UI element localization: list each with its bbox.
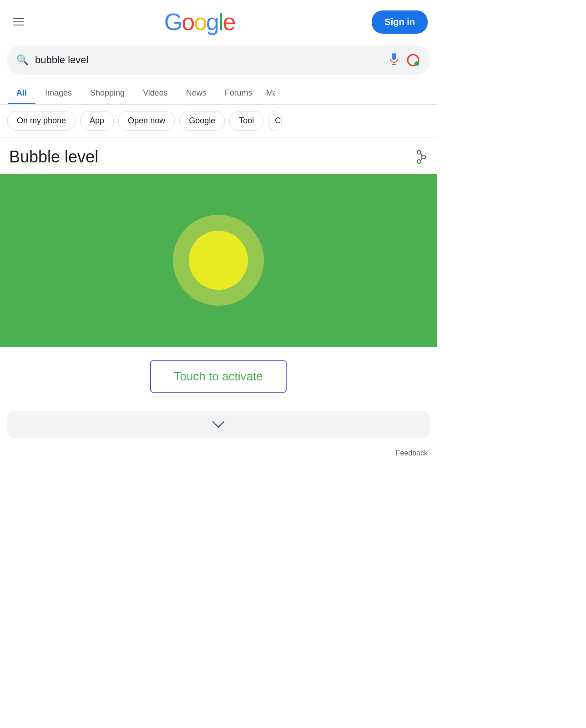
search-query[interactable]: bubble level — [35, 54, 382, 66]
google-logo: Google — [164, 8, 235, 35]
bubble-level-widget[interactable] — [0, 174, 437, 347]
chip-app[interactable]: App — [80, 111, 114, 131]
svg-line-11 — [420, 158, 422, 162]
feedback-row: Feedback — [0, 443, 437, 464]
chip-partial: C — [268, 111, 282, 131]
tab-images[interactable]: Images — [36, 82, 81, 104]
search-bar-container: 🔍 bubble level — [0, 41, 437, 82]
logo-e: e — [223, 9, 235, 35]
chip-open-now[interactable]: Open now — [118, 111, 175, 131]
chip-on-my-phone[interactable]: On my phone — [7, 111, 76, 131]
tab-forums[interactable]: Forums — [216, 82, 262, 104]
hamburger-menu[interactable] — [9, 15, 27, 29]
expand-chevron-icon — [212, 421, 225, 428]
activate-button[interactable]: Touch to activate — [150, 360, 286, 393]
logo-g2: g — [206, 9, 218, 35]
result-title: Bubble level — [9, 147, 98, 167]
bubble-inner-dot — [189, 231, 248, 290]
svg-rect-8 — [417, 160, 421, 163]
search-tabs: All Images Shopping Videos News Forums M… — [0, 82, 437, 105]
chip-tool[interactable]: Tool — [229, 111, 263, 131]
tab-shopping[interactable]: Shopping — [81, 82, 134, 104]
lens-icon[interactable] — [406, 53, 420, 67]
svg-point-6 — [415, 62, 418, 65]
svg-rect-0 — [392, 53, 396, 60]
logo-o1: o — [182, 9, 194, 35]
bubble-outer-ring — [173, 215, 264, 306]
activate-container: Touch to activate — [0, 347, 437, 406]
microphone-icon[interactable] — [389, 52, 399, 68]
search-bar[interactable]: 🔍 bubble level — [7, 46, 429, 75]
chip-google[interactable]: Google — [179, 111, 225, 131]
header: Google Sign in — [0, 0, 437, 41]
logo-g: G — [164, 9, 182, 35]
sign-in-button[interactable]: Sign in — [372, 10, 428, 34]
tab-all[interactable]: All — [7, 82, 36, 104]
tab-news[interactable]: News — [177, 82, 216, 104]
share-icon[interactable] — [410, 148, 428, 166]
filter-chips: On my phone App Open now Google Tool C — [0, 105, 437, 137]
logo-l: l — [218, 9, 223, 35]
result-header: Bubble level — [0, 137, 437, 174]
svg-line-10 — [420, 152, 422, 157]
tab-videos[interactable]: Videos — [134, 82, 177, 104]
expand-section[interactable] — [7, 411, 429, 438]
feedback-link[interactable]: Feedback — [396, 449, 428, 457]
logo-o2: o — [194, 9, 206, 35]
tab-more-partial: Ma — [262, 82, 275, 104]
search-icon: 🔍 — [16, 54, 29, 66]
